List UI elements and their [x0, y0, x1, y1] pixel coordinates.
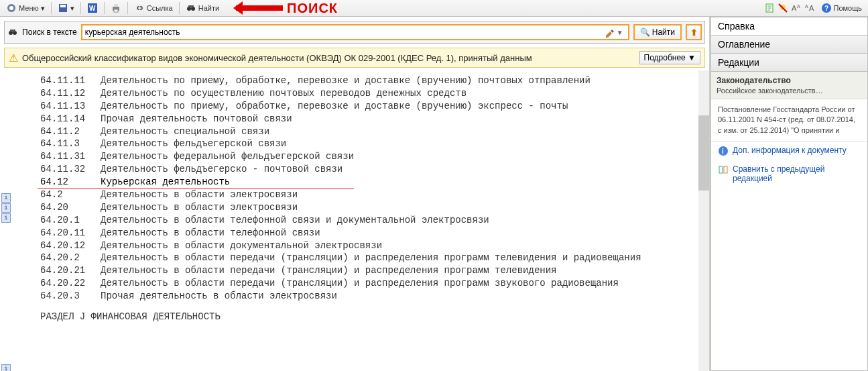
svg-text:A: A: [792, 4, 797, 12]
doc-row: 64.20.3Прочая деятельность в области эле…: [13, 290, 702, 303]
left-pane: Поиск в тексте ▼ 🔍 Найти ⬆ ⚠ Общероссийс…: [0, 17, 710, 371]
section-heading: РАЗДЕЛ J ФИНАНСОВАЯ ДЕЯТЕЛЬНОСТЬ: [40, 311, 702, 323]
compare-icon: [718, 164, 729, 175]
search-dropdown-icon[interactable]: ▼: [615, 29, 625, 36]
annotation-arrow: ПОИСК: [236, 1, 338, 16]
help-icon: ?: [821, 3, 832, 13]
separator: [127, 2, 128, 14]
doc-code: 64.11.2: [40, 125, 101, 138]
separator: [179, 2, 180, 14]
doc-desc: Деятельность в области документальной эл…: [101, 240, 702, 252]
svg-rect-26: [724, 166, 727, 173]
law-subtitle: Российское законодательств…: [717, 87, 862, 95]
search-find-button[interactable]: 🔍 Найти: [633, 24, 682, 40]
svg-point-1: [9, 6, 13, 10]
doc-row: 64.11.11Деятельность по приему, обработк…: [13, 74, 702, 87]
doc-desc: Деятельность фельдъегерской связи: [101, 138, 702, 150]
doc-desc: Деятельность федеральной фельдъегерской …: [101, 150, 702, 163]
doc-code: 64.20.3: [40, 290, 101, 303]
doc-code: 64.11.32: [40, 163, 101, 176]
doc-desc: Прочая деятельность почтовой связи: [101, 113, 702, 125]
info-icon: i: [718, 146, 729, 156]
dropdown-caret-icon: ▾: [41, 4, 45, 13]
search-up-button[interactable]: ⬆: [686, 24, 702, 40]
info-marker-icon[interactable]: i: [1, 213, 11, 223]
doc-desc: Деятельность по приему, обработке, перев…: [101, 100, 702, 113]
no-lamp-icon[interactable]: [778, 3, 788, 13]
svg-text:i: i: [722, 148, 724, 155]
doc-row: 64.2Деятельность в области электросвязи: [13, 189, 702, 201]
tab-oglavlenie[interactable]: Оглавление: [710, 35, 868, 53]
font-decrease-icon[interactable]: AA: [804, 3, 815, 13]
clear-icon[interactable]: [604, 27, 615, 38]
link-compare-label: Сравнить с предыдущей редакцией: [733, 164, 861, 183]
tab-spravka[interactable]: Справка: [710, 17, 868, 35]
annotation-text: ПОИСК: [287, 1, 338, 16]
doc-desc: Деятельность в области телефонной связи: [101, 227, 702, 240]
scrollbar[interactable]: [698, 70, 709, 371]
svg-rect-22: [10, 30, 15, 32]
doc-code: 64.20.12: [40, 240, 101, 252]
find-label: Найти: [198, 4, 219, 12]
doc-row: 64.11.32Деятельность фельдъегерско - поч…: [13, 163, 702, 176]
doc-row: 64.20Деятельность в области электросвязи: [13, 201, 702, 214]
binoculars-icon: [7, 27, 18, 38]
tab-redaktsii[interactable]: Редакции: [710, 53, 868, 71]
link-compare[interactable]: Сравнить с предыдущей редакцией: [711, 160, 867, 187]
help-button[interactable]: ? Помощь: [818, 1, 866, 15]
doc-code: 64.11.13: [40, 100, 101, 113]
doc-row: 64.20.11Деятельность в области телефонно…: [13, 227, 702, 240]
info-marker-icon[interactable]: i: [1, 203, 11, 213]
doc-desc: Деятельность специальной связи: [101, 125, 702, 138]
print-button[interactable]: [107, 1, 125, 15]
document-body[interactable]: 64.11.11Деятельность по приему, обработк…: [0, 70, 709, 371]
search-input[interactable]: [85, 28, 604, 37]
doc-desc: Деятельность по осуществлению почтовых п…: [101, 87, 702, 100]
find-button[interactable]: Найти: [182, 1, 223, 15]
save-button[interactable]: ▾: [54, 1, 78, 15]
search-in-text-bar: Поиск в тексте ▼ 🔍 Найти ⬆: [4, 21, 705, 44]
menu-button[interactable]: Меню ▾: [3, 1, 48, 15]
doc-desc: Деятельность в области электросвязи: [101, 189, 702, 201]
right-tools: AA AA ? Помощь: [764, 1, 866, 15]
svg-text:?: ?: [824, 5, 828, 12]
doc-row: 64.11.12Деятельность по осуществлению по…: [13, 87, 702, 100]
search-label: Поиск в тексте: [22, 28, 77, 37]
info-marker-icon[interactable]: i: [1, 193, 11, 203]
doc-code: 64.11.12: [40, 87, 101, 100]
link-dop-info[interactable]: i Доп. информация к документу: [711, 142, 867, 160]
doc-row: 64.11.3Деятельность фельдъегерской связи: [13, 138, 702, 150]
doc-row: 64.20.21Деятельность в области передачи …: [13, 264, 702, 277]
scroll-thumb[interactable]: [698, 115, 709, 191]
doc-row: 64.20.2Деятельность в области передачи (…: [13, 252, 702, 264]
doc-row: 64.12Курьерская деятельность: [13, 176, 702, 189]
doc-row: 64.11.31Деятельность федеральной фельдъе…: [13, 150, 702, 163]
info-marker-icon[interactable]: i: [1, 364, 11, 371]
svg-text:W: W: [89, 5, 96, 12]
search-input-wrap: ▼: [81, 24, 629, 40]
search-find-label: Найти: [652, 28, 675, 37]
doc-desc: Деятельность в области передачи (трансля…: [101, 277, 702, 290]
doc-desc: Деятельность в области телефонной связи …: [101, 214, 702, 227]
banner-more-button[interactable]: Подробнее ▼: [639, 51, 700, 64]
doc-desc: Деятельность фельдъегерско - почтовой св…: [101, 163, 702, 176]
doc-code: 64.12: [40, 176, 101, 189]
font-increase-icon[interactable]: AA: [791, 3, 802, 13]
dropdown-caret-icon: ▾: [70, 4, 74, 13]
doc-code: 64.20: [40, 201, 101, 214]
word-button[interactable]: W: [84, 1, 101, 15]
top-toolbar: Меню ▾ ▾ W Ссылка Найти ПОИСК: [0, 0, 868, 17]
doc-code: 64.20.1: [40, 214, 101, 227]
side-panel: Законодательство Российское законодатель…: [710, 71, 868, 371]
doc-code: 64.20.11: [40, 227, 101, 240]
doc-desc: Деятельность в области передачи (трансля…: [101, 264, 702, 277]
doc-icon[interactable]: [764, 3, 775, 13]
law-block[interactable]: Законодательство Российское законодатель…: [711, 72, 867, 99]
link-button[interactable]: Ссылка: [131, 1, 176, 15]
doc-row: 64.20.12Деятельность в области документа…: [13, 240, 702, 252]
arrow-icon: [236, 5, 283, 11]
menu-label: Меню: [19, 4, 39, 12]
doc-code: 64.11.11: [40, 74, 101, 87]
svg-text:A: A: [809, 4, 814, 12]
doc-row: 64.11.13Деятельность по приему, обработк…: [13, 100, 702, 113]
